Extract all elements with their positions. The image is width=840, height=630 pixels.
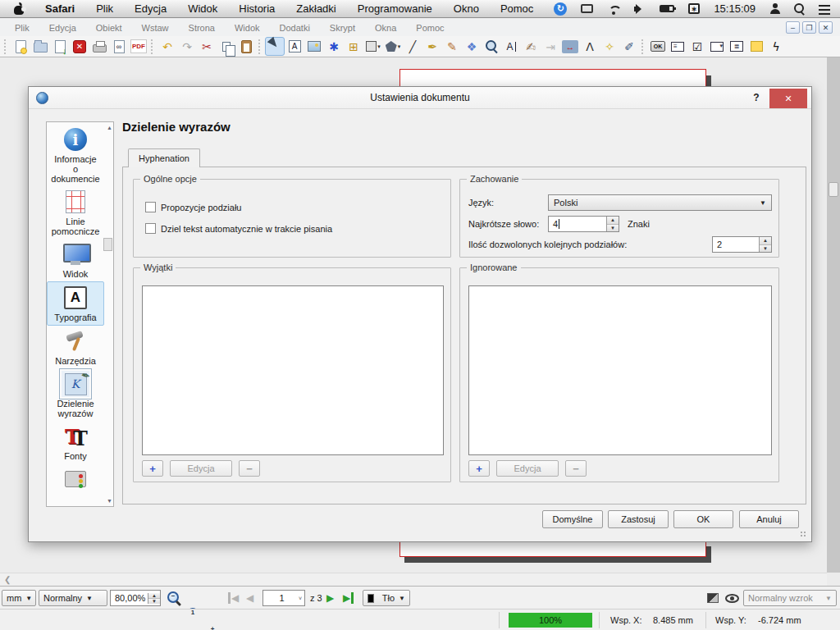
zoom-out-icon[interactable]: −: [166, 590, 182, 606]
vertical-scrollbar-thumb[interactable]: [829, 182, 838, 197]
language-combobox[interactable]: Polski ▼: [548, 194, 772, 211]
insert-freehand-icon[interactable]: ✎: [442, 37, 462, 56]
select-item-icon[interactable]: [265, 37, 285, 56]
layer-dropdown[interactable]: Tło ▼: [363, 590, 410, 606]
cut-icon[interactable]: ✂: [197, 37, 217, 56]
apple-menu[interactable]: [7, 2, 34, 16]
horizontal-scrollbar[interactable]: ❮: [0, 573, 827, 586]
app-menu-pomoc[interactable]: Pomoc: [406, 23, 454, 33]
exceptions-remove-button[interactable]: −: [239, 460, 260, 477]
consecutive-spinbox[interactable]: 2 ▲▼: [712, 236, 772, 253]
dialog-help-button[interactable]: ?: [749, 90, 764, 105]
print-icon[interactable]: [89, 37, 109, 56]
os-menu-plik[interactable]: Plik: [85, 0, 124, 17]
resize-grip[interactable]: [800, 531, 806, 537]
exceptions-edit-button[interactable]: Edycja: [170, 460, 232, 477]
battery-icon[interactable]: [660, 5, 674, 12]
pdf-list-box-icon[interactable]: ≣: [727, 37, 746, 56]
spin-down-icon[interactable]: ▼: [148, 599, 160, 604]
os-menu-safari[interactable]: Safari: [34, 0, 85, 17]
insert-bezier-icon[interactable]: ✒: [422, 37, 442, 56]
dialog-titlebar[interactable]: Ustawienia dokumentu ? ✕: [29, 87, 811, 109]
os-menu-historia[interactable]: Historia: [228, 0, 285, 17]
ignored-remove-button[interactable]: −: [565, 460, 587, 477]
pdf-annotation-icon[interactable]: [746, 37, 766, 56]
volume-icon[interactable]: [634, 4, 646, 14]
spin-up-icon[interactable]: ▲: [148, 593, 160, 599]
app-menu-plik[interactable]: Plik: [5, 23, 39, 33]
pdf-push-button-icon[interactable]: OK: [648, 37, 668, 56]
new-document-icon[interactable]: [11, 37, 30, 56]
insert-table-icon[interactable]: ⊞: [344, 37, 363, 56]
next-page-icon[interactable]: ▶: [326, 590, 334, 606]
app-menu-edycja[interactable]: Edycja: [39, 23, 86, 33]
preflight-verifier-icon[interactable]: ∞: [109, 37, 129, 56]
auto-hyphenate-checkbox[interactable]: [145, 223, 156, 234]
app-menu-wstaw[interactable]: Wstaw: [132, 23, 179, 33]
sidebar-scrollbar[interactable]: ▲ ▼: [103, 122, 113, 506]
app-menu-strona[interactable]: Strona: [179, 23, 225, 33]
input-source-icon[interactable]: ∗: [688, 3, 700, 14]
insert-text-frame-icon[interactable]: A: [285, 37, 304, 56]
previous-page-icon[interactable]: ◀: [246, 590, 253, 606]
shortest-word-spinbox[interactable]: 4 ▲▼: [548, 216, 619, 232]
eye-dropper-icon[interactable]: ✐: [619, 37, 639, 56]
restore-button[interactable]: ❐: [802, 21, 816, 34]
spin-up-icon[interactable]: ▲: [760, 237, 771, 245]
pdf-checkbox-icon[interactable]: ☑: [687, 37, 707, 56]
apply-button[interactable]: Zastosuj: [608, 510, 669, 528]
ignored-edit-button[interactable]: Edycja: [496, 460, 559, 477]
sidebar-item-narzędzia[interactable]: Narzędzia: [47, 326, 104, 368]
spin-down-icon[interactable]: ▼: [607, 225, 619, 232]
sidebar-item-fonty[interactable]: Fonty: [47, 421, 104, 463]
scroll-left-arrow-icon[interactable]: ❮: [0, 575, 11, 584]
undo-icon[interactable]: ↶: [158, 37, 177, 56]
notification-list-icon[interactable]: [819, 5, 830, 15]
ignored-list[interactable]: [468, 285, 772, 455]
insert-line-icon[interactable]: ╱: [403, 37, 422, 56]
cancel-button[interactable]: Anuluj: [739, 510, 799, 528]
color-management-icon[interactable]: [707, 590, 719, 606]
edit-contents-icon[interactable]: A: [501, 37, 521, 56]
app-menu-obiekt[interactable]: Obiekt: [86, 23, 132, 33]
app-menu-skrypt[interactable]: Skrypt: [320, 23, 365, 33]
sidebar-item-linie-pomocnicze[interactable]: Liniepomocnicze: [47, 186, 104, 239]
zoom-spinbox[interactable]: 80,00% ▲▼: [110, 590, 161, 606]
os-menu-zakładki[interactable]: Zakładki: [285, 0, 346, 17]
defaults-button[interactable]: Domyślne: [542, 510, 603, 528]
spin-up-icon[interactable]: ▲: [607, 217, 619, 225]
insert-shape-icon[interactable]: ▾: [363, 37, 383, 56]
unlink-text-frames-icon[interactable]: ↔: [560, 37, 580, 56]
pdf-link-icon[interactable]: ϟ: [766, 37, 786, 56]
close-document-icon[interactable]: ✕: [70, 37, 89, 56]
close-window-button[interactable]: ✕: [819, 21, 833, 34]
unit-dropdown[interactable]: mm▼: [2, 590, 36, 606]
tab-hyphenation[interactable]: Hyphenation: [128, 148, 200, 167]
display-mirroring-icon[interactable]: [581, 4, 593, 13]
copy-icon[interactable]: [217, 37, 236, 56]
link-text-frames-icon[interactable]: ⇥: [541, 37, 560, 56]
vertical-scrollbar[interactable]: [827, 57, 840, 573]
dialog-close-button[interactable]: ✕: [769, 89, 807, 108]
app-menu-widok[interactable]: Widok: [225, 23, 270, 33]
paste-icon[interactable]: [236, 37, 256, 56]
sidebar-item-dzielenie-wyrazów[interactable]: KDzieleniewyrazów: [47, 368, 104, 421]
os-menu-programowanie[interactable]: Programowanie: [347, 0, 443, 17]
exceptions-list[interactable]: [142, 285, 444, 455]
ok-button[interactable]: OK: [673, 510, 733, 528]
export-pdf-icon[interactable]: PDF: [129, 37, 148, 56]
user-icon[interactable]: [769, 3, 780, 14]
measurements-icon[interactable]: Λ: [580, 37, 600, 56]
sidebar-item-widok[interactable]: Widok: [47, 239, 104, 281]
app-menu-dodatki[interactable]: Dodatki: [270, 23, 320, 33]
insert-polygon-icon[interactable]: ▾: [383, 37, 403, 56]
exceptions-add-button[interactable]: +: [142, 460, 163, 477]
app-menu-okna[interactable]: Okna: [365, 23, 406, 33]
sync-icon[interactable]: ↻: [554, 2, 567, 16]
scroll-up-icon[interactable]: ▲: [107, 125, 112, 130]
sidebar-item-informacje-o-dokumencie[interactable]: iInformacjeodokumencie: [47, 124, 104, 186]
search-icon[interactable]: [794, 3, 805, 14]
sidebar-item-typografia[interactable]: ATypografia: [47, 281, 104, 326]
last-page-icon[interactable]: ▶: [343, 590, 354, 606]
zoom-tool-icon[interactable]: [482, 37, 501, 56]
